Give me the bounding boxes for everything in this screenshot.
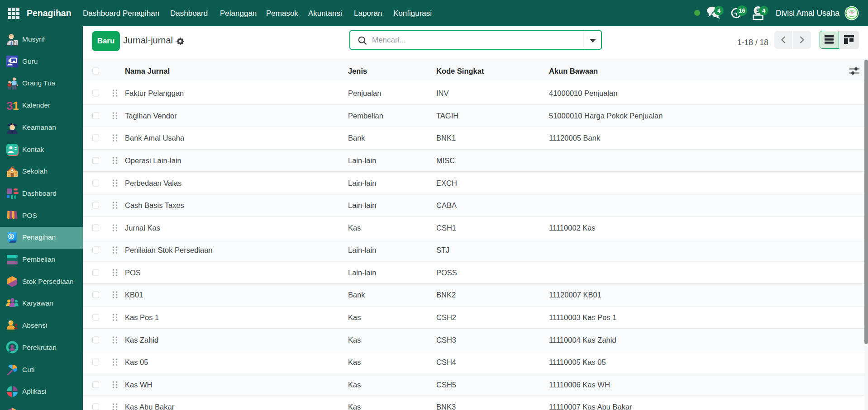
svg-text:$: $ (10, 234, 13, 239)
svg-text:3: 3 (6, 99, 13, 112)
svg-text:1: 1 (13, 99, 19, 112)
